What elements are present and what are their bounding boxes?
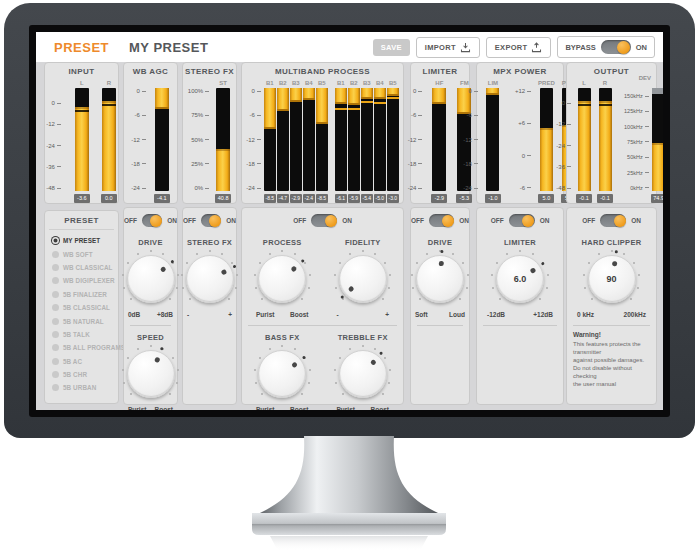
stereo-fx-knob[interactable] <box>179 248 241 310</box>
stereo-fx-toggle-row: OFF ON <box>183 208 236 231</box>
import-button[interactable]: IMPORT <box>416 37 480 58</box>
warning-title: Warning! <box>573 331 650 338</box>
scale-label: -18 <box>463 161 478 167</box>
scale-label: -36 <box>46 164 61 170</box>
meter-value: -5.4 <box>361 194 373 203</box>
preset-item[interactable]: MY PRESET <box>52 234 118 247</box>
knob-pointer <box>576 244 646 314</box>
scale-label: -48 <box>556 185 571 191</box>
meter-bar: 74.9 <box>651 79 663 203</box>
meter-label: HF <box>435 79 443 88</box>
meter-B4: B4-5.0 <box>374 79 386 203</box>
knob-max-label: + <box>385 311 389 318</box>
meter-bar <box>290 88 302 191</box>
mpx-toggle[interactable] <box>509 214 535 227</box>
meter-bar <box>75 88 89 191</box>
bypass-toggle[interactable] <box>601 40 631 54</box>
bypass-control: BYPASS ON <box>557 36 655 58</box>
titlebar: PRESET MY PRESET SAVE IMPORT EXPORT <box>36 32 663 62</box>
scale-label: -24 <box>131 185 146 191</box>
import-button-label: IMPORT <box>425 43 456 52</box>
knob-title: DRIVE <box>428 238 452 247</box>
wb-agc-toggle[interactable] <box>142 214 162 227</box>
warning-line: against possible damages. <box>573 356 650 364</box>
multiband-toggle-row: OFF ON <box>242 208 403 231</box>
fidelity-knob[interactable] <box>332 248 394 310</box>
meter-R: R0.0 <box>101 79 117 203</box>
bass-fx-knob[interactable] <box>251 343 313 405</box>
knob-min-label: -12dB <box>487 311 505 318</box>
export-button[interactable]: EXPORT <box>486 37 552 58</box>
meter-value: -8.5 <box>264 194 276 203</box>
save-button[interactable]: SAVE <box>373 39 410 56</box>
meter-bar <box>361 88 373 191</box>
stereo-fx-toggle[interactable] <box>201 214 221 227</box>
meter-label: B3 <box>363 79 371 88</box>
knob-max-label: Boost <box>290 406 308 410</box>
process-knob[interactable] <box>251 248 313 310</box>
hard-clipper-knob[interactable]: 90 <box>581 248 643 310</box>
divider <box>417 325 463 326</box>
meter-B4: B4-2.4 <box>303 79 315 203</box>
scale-label: -12 <box>556 121 571 127</box>
radio-icon <box>52 237 59 244</box>
meter-value: 40.8 <box>215 194 231 203</box>
mpx-limiter-knob[interactable]: 6.0 <box>489 248 551 310</box>
scale-label: -6 <box>463 112 478 118</box>
meter-value: 5.0 <box>538 194 554 203</box>
meter-label: L <box>80 79 84 88</box>
scale-label: -18 <box>408 161 423 167</box>
dev-scale: 150kHz125kHz100kHz75kHz50kHz25kHz0kHz <box>624 88 649 191</box>
meter-HF: HF-2.9 <box>431 79 447 203</box>
wb-agc-speed-knob[interactable] <box>120 343 182 405</box>
preset-item-label: MY PRESET <box>63 237 100 244</box>
meter-label: B4 <box>376 79 384 88</box>
meter-peak-line <box>361 101 373 103</box>
output-toggle[interactable] <box>600 214 626 227</box>
monitor-stand <box>0 436 699 552</box>
meter-value: -2.9 <box>290 194 302 203</box>
scale-label: 0 <box>46 100 61 106</box>
preset-item[interactable]: 5B CLASSICAL <box>52 301 118 314</box>
preset-item[interactable]: 5B AC <box>52 355 118 368</box>
wb-agc-meters: -4.1 <box>154 79 170 203</box>
export-button-label: EXPORT <box>495 43 528 52</box>
wb-agc-title: WB AGC <box>124 63 177 79</box>
wb-agc-drive-knob[interactable] <box>120 248 182 310</box>
warning-line: This features protects the transmitter <box>573 340 650 356</box>
warning-line: the user manual <box>573 380 650 388</box>
preset-item[interactable]: 5B FINALIZER <box>52 288 118 301</box>
meter-value: -3.6 <box>74 194 90 203</box>
scale-label: 125kHz <box>624 108 649 114</box>
limiter-title: LIMITER <box>411 63 469 79</box>
preset-item[interactable]: 5B ALL PROGRAMS <box>52 341 118 354</box>
meter-fill <box>540 128 553 191</box>
preset-item[interactable]: 5B NATURAL <box>52 314 118 327</box>
preset-item[interactable]: WB SOFT <box>52 247 118 260</box>
fidelity-control: FIDELITY - + <box>323 231 404 318</box>
meter-value: -5.9 <box>348 194 360 203</box>
meter-bar <box>540 88 553 191</box>
preset-item[interactable]: 5B URBAN <box>52 381 118 394</box>
preset-item[interactable]: WB CLASSICAL <box>52 261 118 274</box>
output-section: OUTPUT DEV 0-12-24-36-48 L-0.1R-0.1 150k… <box>566 62 657 204</box>
trebble-fx-knob[interactable] <box>332 343 394 405</box>
limiter-drive-knob[interactable] <box>409 248 471 310</box>
multiband-controls: OFF ON PROCESS Purist Boost <box>241 207 404 405</box>
meter-value: -5.3 <box>456 194 472 203</box>
knob-max-label: Boost <box>290 311 308 318</box>
knob-pointer <box>407 246 472 311</box>
meter-fill <box>316 88 328 124</box>
on-label: ON <box>631 217 641 224</box>
preset-item[interactable]: 5B TALK <box>52 328 118 341</box>
scale-label: 0 <box>515 153 531 159</box>
knob-min-label: Purist <box>337 406 355 410</box>
scale-label: -24 <box>408 185 423 191</box>
scale-label: -12 <box>246 137 261 143</box>
meter-bar <box>486 88 499 191</box>
limiter-toggle[interactable] <box>429 214 454 227</box>
preset-item[interactable]: 5B CHR <box>52 368 118 381</box>
multiband-toggle[interactable] <box>311 214 337 227</box>
knob-min-label: - <box>187 311 189 318</box>
on-label: ON <box>226 217 236 224</box>
